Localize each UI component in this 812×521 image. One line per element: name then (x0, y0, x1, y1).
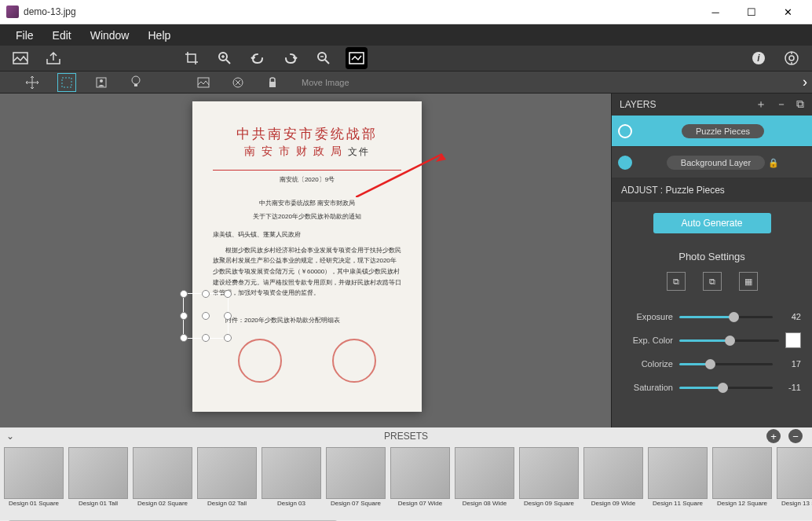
preset-thumbnail (648, 447, 708, 499)
add-layer-icon[interactable]: ＋ (755, 97, 766, 112)
resize-handle[interactable] (202, 312, 210, 320)
delete-icon[interactable] (229, 74, 247, 91)
lock-icon: 🔒 (768, 158, 779, 167)
preset-label: Design 01 Square (9, 501, 59, 508)
lightbulb-icon[interactable] (127, 74, 144, 91)
info-icon[interactable]: i (748, 47, 770, 69)
resize-handle[interactable] (180, 312, 188, 320)
seal-stamp (238, 339, 282, 383)
svg-marker-26 (436, 154, 446, 162)
move-image-label: Move Image (302, 78, 349, 87)
minimize-button[interactable]: ─ (697, 0, 733, 24)
zoom-in-icon[interactable] (214, 47, 236, 69)
auto-generate-button[interactable]: Auto Generate (653, 213, 771, 233)
preset-label: Design 11 Square (653, 501, 703, 508)
close-button[interactable]: ✕ (770, 0, 806, 24)
zoom-out-icon[interactable] (313, 47, 335, 69)
preset-item[interactable]: Design 02 Tall (196, 447, 258, 518)
select-tool-icon[interactable] (58, 74, 75, 91)
preset-item[interactable]: Design 11 Square (647, 447, 708, 518)
svg-rect-15 (62, 78, 71, 87)
preset-label: Design 12 Square (717, 501, 767, 508)
resize-handle[interactable] (202, 290, 210, 298)
svg-point-18 (132, 76, 140, 84)
document-image: 中共南安市委统战部 南 安 市 财 政 局文件 南安统〔2020〕9号 中共南安… (192, 101, 422, 412)
preset-item[interactable]: Design 01 Tall (68, 447, 129, 518)
preset-item[interactable]: Design 08 Wide (454, 447, 515, 518)
preset-item[interactable]: Design 03 (261, 447, 322, 518)
fit-image-icon[interactable] (346, 47, 368, 69)
preset-item[interactable]: Design 09 Square (518, 447, 580, 518)
preset-item[interactable]: Design 12 Square (711, 447, 773, 518)
presets-header: ⌄ PRESETS + − (0, 427, 812, 445)
preset-thumbnail (326, 447, 386, 499)
layer-label: Background Layer (667, 156, 765, 170)
layer-row[interactable]: Puzzle Pieces (612, 116, 812, 147)
preset-thumbnail (455, 447, 514, 499)
move-tool-icon[interactable] (24, 74, 41, 91)
slider-thumb[interactable] (705, 359, 715, 369)
selection-box[interactable] (183, 293, 229, 339)
layer-visibility-icon[interactable] (618, 156, 632, 170)
redo-icon[interactable] (280, 47, 302, 69)
maximize-button[interactable]: ☐ (733, 0, 770, 24)
menu-edit[interactable]: Edit (43, 29, 81, 42)
layout-icon-1[interactable]: ⧉ (667, 272, 686, 291)
seal-stamp (332, 339, 376, 383)
picture-icon[interactable] (195, 74, 212, 91)
collapse-presets-icon[interactable]: ⌄ (6, 431, 14, 442)
resize-handle[interactable] (180, 334, 188, 342)
grid-icon[interactable]: ▦ (739, 272, 758, 291)
crop-person-icon[interactable] (93, 74, 110, 91)
svg-line-6 (325, 60, 329, 64)
preset-item[interactable]: Design 09 Wide (583, 447, 644, 518)
preset-item[interactable]: Design 13 Square (776, 447, 812, 518)
collapse-chevron-icon[interactable]: › (803, 74, 807, 90)
resize-handle[interactable] (202, 334, 210, 342)
layer-row[interactable]: Background Layer🔒 (612, 147, 812, 178)
presets-strip[interactable]: Design 01 SquareDesign 01 TallDesign 02 … (0, 445, 812, 520)
photo-settings-title: Photo Settings (612, 251, 812, 262)
menu-help[interactable]: Help (138, 29, 180, 42)
layout-icon-2[interactable]: ⧉ (703, 272, 722, 291)
resize-handle[interactable] (224, 290, 232, 298)
preset-thumbnail (390, 447, 450, 499)
window-controls: ─ ☐ ✕ (697, 0, 806, 24)
titlebar: demo-13.jpg ─ ☐ ✕ (0, 0, 812, 24)
undo-icon[interactable] (247, 47, 269, 69)
remove-preset-icon[interactable]: − (788, 429, 803, 443)
resize-handle[interactable] (224, 334, 232, 342)
slider-thumb[interactable] (718, 383, 728, 393)
duplicate-layer-icon[interactable]: ⧉ (796, 97, 804, 112)
preset-item[interactable]: Design 07 Wide (390, 447, 451, 518)
app-icon (6, 6, 19, 18)
svg-rect-19 (134, 84, 137, 86)
image-icon[interactable] (9, 47, 31, 69)
preset-item[interactable]: Design 07 Square (325, 447, 386, 518)
side-panel: LAYERS ＋ － ⧉ Puzzle Pieces Background La… (611, 94, 812, 427)
preset-item[interactable]: Design 02 Square (132, 447, 193, 518)
preset-item[interactable]: Design 01 Square (3, 447, 64, 518)
adjust-header: ADJUST : Puzzle Pieces (612, 178, 812, 202)
export-icon[interactable] (42, 47, 64, 69)
preset-label: Design 07 Square (331, 501, 381, 508)
slider-thumb[interactable] (729, 312, 739, 322)
menubar: File Edit Window Help (0, 24, 812, 46)
slider-thumb[interactable] (725, 336, 735, 346)
layer-visibility-icon[interactable] (618, 124, 632, 138)
settings-icon[interactable] (781, 47, 803, 69)
resize-handle[interactable] (180, 290, 188, 298)
canvas-area[interactable]: 中共南安市委统战部 南 安 市 财 政 局文件 南安统〔2020〕9号 中共南安… (0, 94, 611, 427)
svg-point-17 (100, 79, 103, 83)
menu-window[interactable]: Window (81, 29, 139, 42)
lock-icon[interactable] (264, 74, 281, 91)
preset-label: Design 02 Square (137, 501, 188, 508)
color-swatch[interactable] (785, 332, 801, 348)
menu-file[interactable]: File (6, 29, 43, 42)
add-preset-icon[interactable]: + (766, 429, 781, 443)
resize-handle[interactable] (224, 312, 232, 320)
preset-thumbnail (68, 447, 128, 499)
preset-thumbnail (777, 447, 812, 499)
crop-icon[interactable] (181, 47, 203, 69)
remove-layer-icon[interactable]: － (776, 97, 787, 112)
